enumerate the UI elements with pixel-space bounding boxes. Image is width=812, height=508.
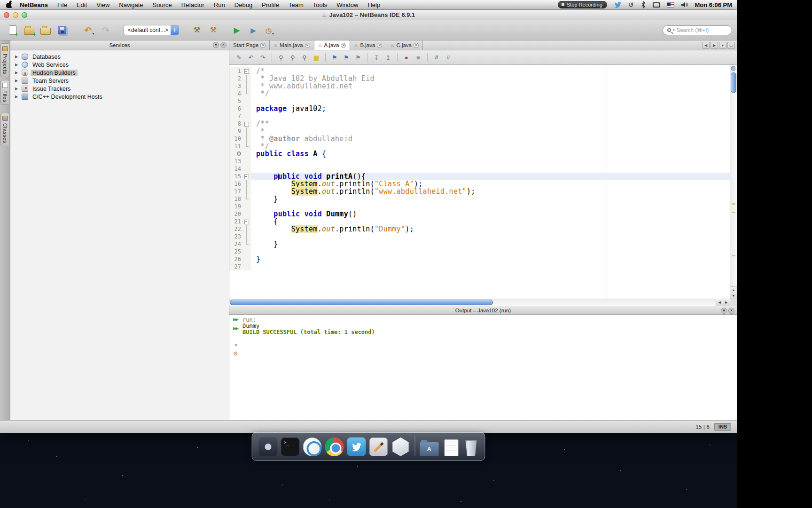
editor-tab-b-java[interactable]: ♨B.java× [350, 40, 386, 50]
menu-item-refactor[interactable]: Refactor [177, 0, 209, 10]
menu-item-window[interactable]: Window [332, 0, 363, 10]
volume-icon[interactable] [681, 1, 688, 8]
code-line[interactable]: 5 [229, 97, 737, 105]
maximize-editor-icon[interactable]: ▭ [727, 42, 735, 49]
uncomment-icon[interactable]: // [443, 53, 453, 62]
code-line[interactable]: 27 [229, 263, 737, 270]
config-stepper-icon[interactable]: ▲▼ [171, 25, 179, 35]
scroll-tabs-right-icon[interactable]: ▶ [710, 42, 718, 49]
config-select[interactable]: <default conf...> ▲▼ [124, 25, 179, 35]
menu-item-source[interactable]: Source [148, 0, 177, 10]
services-item[interactable]: ▶Team Servers [10, 77, 229, 85]
undo-dropdown-icon[interactable]: ▾ [92, 32, 94, 38]
stop-build-icon[interactable]: ■ [231, 341, 240, 348]
code-line[interactable]: 20 public void Dummy() [229, 210, 737, 218]
twitter-app-icon[interactable] [347, 437, 366, 456]
minimize-window-button[interactable] [13, 12, 18, 18]
code-line[interactable]: 4 */ [229, 90, 737, 97]
debug-button[interactable]: ▶ [247, 23, 259, 38]
twitter-icon[interactable] [614, 1, 622, 8]
search-box[interactable]: ▾ [663, 25, 732, 35]
code-line[interactable]: 1/* [229, 67, 737, 75]
code-line[interactable]: 15 public void printA(){ [229, 173, 737, 180]
horizontal-scrollbar[interactable]: ◀▶ [229, 299, 730, 306]
services-item[interactable]: ▶Databases [10, 53, 229, 61]
new-file-button[interactable] [7, 23, 19, 38]
menu-item-debug[interactable]: Debug [230, 0, 257, 10]
expand-arrow-icon[interactable]: ▶ [15, 87, 21, 91]
code-line[interactable]: 7 [229, 112, 737, 120]
code-line[interactable]: 3 * www.abdullaheid.net [229, 82, 737, 90]
menu-item-help[interactable]: Help [363, 0, 385, 10]
code-line[interactable]: 10 * @author abdullaheid [229, 135, 737, 143]
code-line[interactable]: 2 * Java 102 by Abdullah Eid [229, 75, 737, 82]
scroll-up-icon[interactable]: ▲ [732, 288, 735, 292]
horizontal-scroll-thumb[interactable] [230, 300, 493, 305]
expand-arrow-icon[interactable]: ▶ [15, 63, 21, 67]
menu-item-netbeans[interactable]: NetBeans [15, 0, 53, 10]
stop-recording-button[interactable]: Stop Recording [558, 1, 607, 8]
next-error-icon[interactable]: ↧ [371, 53, 382, 62]
editor-tab-main-java[interactable]: ♨Main.java× [270, 40, 314, 50]
vertical-scrollbar[interactable]: ▲▼ [730, 65, 737, 299]
search-dropdown-icon[interactable]: ▾ [673, 28, 675, 32]
run-button[interactable]: ▶ [231, 23, 243, 38]
expand-arrow-icon[interactable]: ▶ [15, 95, 21, 99]
menu-item-tools[interactable]: Tools [308, 0, 332, 10]
menu-item-profile[interactable]: Profile [257, 0, 284, 10]
editor-tab-start-page[interactable]: Start Page× [229, 40, 270, 50]
code-line[interactable]: 14 [229, 165, 737, 173]
code-line[interactable]: 26} [229, 255, 737, 263]
back-icon[interactable]: ↶ [246, 53, 256, 62]
us-flag-icon[interactable] [667, 2, 674, 8]
time-machine-icon[interactable]: ↺ [628, 1, 634, 8]
scroll-right-icon[interactable]: ▶ [725, 301, 727, 304]
find-previous-icon[interactable]: ⚲ [299, 53, 310, 62]
display-icon[interactable] [653, 2, 660, 8]
stop-macro-icon[interactable]: ■ [413, 53, 423, 62]
code-line[interactable]: 18 } [229, 195, 737, 203]
services-item[interactable]: ▶Hudson Builders [10, 69, 229, 77]
zoom-window-button[interactable] [22, 12, 27, 18]
close-window-button[interactable] [4, 12, 9, 18]
editor-tab-c-java[interactable]: ♨C.java× [386, 40, 423, 50]
close-tab-icon[interactable]: × [260, 43, 265, 48]
code-line[interactable]: 21 { [229, 218, 737, 225]
fold-gutter[interactable] [242, 67, 251, 75]
code-line[interactable]: 11 */ [229, 143, 737, 150]
bluetooth-icon[interactable] [640, 1, 646, 8]
horizontal-scroll-arrows[interactable]: ◀▶ [716, 299, 730, 306]
scroll-down-icon[interactable]: ▼ [732, 294, 735, 297]
services-panel-header[interactable]: Services ▾ × [10, 40, 229, 50]
close-tab-icon[interactable]: × [414, 43, 419, 48]
close-tab-icon[interactable]: × [305, 43, 310, 48]
next-bookmark-icon[interactable]: ⚑ [341, 53, 351, 62]
chrome-icon[interactable] [325, 437, 344, 456]
safari-icon[interactable] [303, 437, 322, 456]
vertical-scroll-arrows[interactable]: ▲▼ [730, 286, 737, 299]
code-line[interactable]: 13 [229, 158, 737, 165]
code-line[interactable]: 24 } [229, 240, 737, 248]
minimize-panel-icon[interactable]: ▾ [213, 42, 219, 48]
profile-dropdown-icon[interactable]: ▾ [272, 32, 274, 38]
code-line[interactable]: 16 System.out.println("Class A"); [229, 180, 737, 188]
forward-icon[interactable]: ↷ [258, 53, 268, 62]
rail-tab-projects[interactable]: Projects [0, 43, 9, 77]
code-editor[interactable]: 1/*2 * Java 102 by Abdullah Eid3 * www.a… [229, 65, 737, 306]
previous-bookmark-icon[interactable]: ⚑ [329, 53, 340, 62]
toggle-highlight-icon[interactable]: ▆ [311, 53, 321, 62]
applications-folder-icon[interactable] [420, 442, 439, 456]
code-line[interactable]: 22 System.out.println("Dummy"); [229, 225, 737, 233]
close-output-icon[interactable]: × [728, 308, 734, 314]
vertical-scroll-thumb[interactable] [731, 72, 736, 93]
output-panel-header[interactable]: Output – Java102 (run) ▾ × [229, 306, 737, 315]
redo-button[interactable]: ↷ [100, 23, 112, 38]
titlebar[interactable]: ♨ Java102 – NetBeans IDE 6.9.1 [0, 10, 737, 20]
new-project-button[interactable] [23, 23, 35, 38]
find-selection-icon[interactable]: ⚲ [276, 53, 286, 62]
apple-menu[interactable] [6, 0, 13, 9]
rail-tab-classes[interactable]: Classes [0, 113, 9, 146]
close-tab-icon[interactable]: × [341, 43, 346, 48]
menu-item-edit[interactable]: Edit [72, 0, 92, 10]
profile-button[interactable]: ◷▾ [264, 23, 276, 38]
